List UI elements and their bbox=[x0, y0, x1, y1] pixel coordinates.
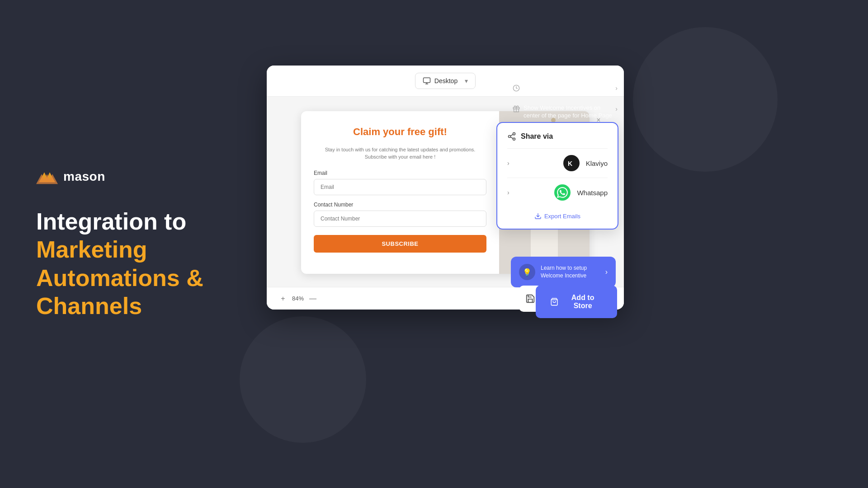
klaviyo-logo: K bbox=[563, 155, 580, 171]
whatsapp-label: Whatsapp bbox=[577, 189, 608, 197]
mason-logo-icon bbox=[36, 168, 58, 186]
learn-arrow-icon: › bbox=[605, 268, 608, 276]
klaviyo-integration-item[interactable]: › K Klaviyo bbox=[507, 148, 608, 178]
subscribe-button[interactable]: SUBSCRIBE bbox=[314, 235, 486, 253]
chevron-expand-whatsapp: › bbox=[507, 189, 509, 196]
bg-decoration-2 bbox=[240, 316, 366, 443]
email-input[interactable] bbox=[314, 179, 486, 195]
settings-row-first-visit[interactable]: Show on first time visit › bbox=[511, 79, 619, 98]
svg-point-17 bbox=[513, 133, 515, 135]
save-icon bbox=[525, 294, 535, 304]
chevron-expand-klaviyo: › bbox=[507, 160, 509, 167]
device-selector[interactable]: Desktop ▾ bbox=[415, 73, 476, 89]
zoom-in-button[interactable]: + bbox=[278, 293, 288, 304]
learn-incentive-text: Learn how to setup Welcome Incentive bbox=[541, 264, 600, 280]
svg-line-20 bbox=[510, 137, 513, 138]
branding-section: mason Integration to Marketing Automatio… bbox=[36, 168, 289, 320]
logo-text: mason bbox=[63, 169, 105, 184]
chevron-right-icon-1: › bbox=[615, 84, 618, 92]
chevron-down-icon: ▾ bbox=[465, 77, 468, 84]
svg-line-21 bbox=[510, 134, 513, 136]
headline-static: Integration to bbox=[36, 208, 186, 235]
logo-container: mason bbox=[36, 168, 289, 186]
share-card-container: Share via › K Klaviyo › bbox=[496, 118, 618, 230]
bg-decoration-1 bbox=[633, 27, 778, 172]
add-to-store-label: Add to Store bbox=[563, 294, 603, 310]
headline-highlight: Marketing Automations & Channels bbox=[36, 237, 203, 319]
lightbulb-icon: 💡 bbox=[519, 264, 535, 280]
klaviyo-label: Klaviyo bbox=[586, 160, 608, 167]
learn-incentive-banner[interactable]: 💡 Learn how to setup Welcome Incentive › bbox=[511, 257, 616, 287]
whatsapp-integration-item[interactable]: › Whatsapp bbox=[507, 178, 608, 207]
svg-text:K: K bbox=[568, 160, 572, 167]
popup-form-side: × Claim your free gift! Stay in touch wi… bbox=[301, 111, 499, 274]
add-to-store-button[interactable]: Add to Store bbox=[536, 286, 617, 318]
svg-rect-0 bbox=[423, 78, 430, 83]
export-emails-button[interactable]: Export Emails bbox=[507, 207, 608, 220]
store-icon bbox=[550, 297, 558, 306]
klaviyo-icon: K bbox=[566, 158, 577, 169]
email-label: Email bbox=[314, 170, 486, 176]
zoom-level: 84% bbox=[292, 295, 304, 302]
popup-title: Claim your free gift! bbox=[314, 126, 486, 139]
whatsapp-logo bbox=[554, 184, 571, 201]
device-label: Desktop bbox=[434, 77, 458, 84]
contact-label: Contact Number bbox=[314, 202, 486, 208]
clock-icon bbox=[513, 84, 520, 92]
share-card: Share via › K Klaviyo › bbox=[496, 122, 618, 230]
share-via-title: Share via bbox=[507, 132, 608, 141]
zoom-controls: + 84% — bbox=[278, 293, 318, 304]
first-visit-label: Show on first time visit bbox=[524, 84, 582, 92]
zoom-out-button[interactable]: — bbox=[307, 293, 318, 304]
popup-description: Stay in touch with us for catching the l… bbox=[314, 146, 486, 161]
headline: Integration to Marketing Automations & C… bbox=[36, 207, 289, 320]
whatsapp-icon bbox=[557, 187, 568, 198]
svg-point-19 bbox=[513, 138, 515, 140]
download-icon bbox=[534, 212, 542, 220]
share-icon bbox=[507, 132, 516, 141]
monitor-icon bbox=[423, 77, 431, 85]
svg-point-18 bbox=[509, 136, 511, 138]
gift-icon bbox=[513, 105, 520, 113]
chevron-right-icon-2: › bbox=[615, 105, 618, 113]
export-emails-label: Export Emails bbox=[544, 213, 580, 220]
contact-input[interactable] bbox=[314, 211, 486, 227]
